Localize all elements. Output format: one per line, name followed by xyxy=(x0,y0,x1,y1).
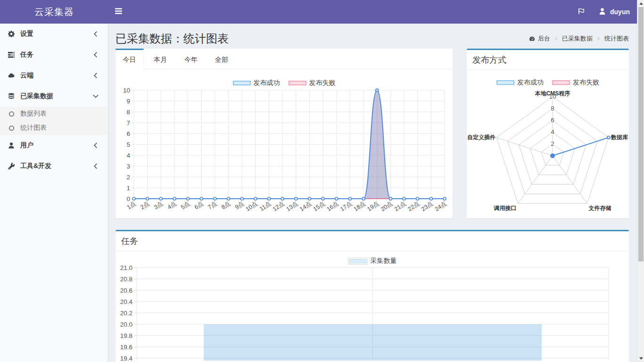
breadcrumb-item-2[interactable]: 统计图表 xyxy=(604,34,629,43)
legend-label: 发布失败 xyxy=(573,78,599,87)
svg-text:3点: 3点 xyxy=(153,200,164,210)
sidebar-item-users[interactable]: 用户 xyxy=(0,135,108,156)
sidebar-item-cloud[interactable]: 云端 xyxy=(0,65,108,86)
svg-text:20.4: 20.4 xyxy=(120,298,133,305)
svg-text:20.6: 20.6 xyxy=(120,287,132,294)
page-title: 已采集数据：统计图表 xyxy=(116,31,229,46)
breadcrumb-label: 后台 xyxy=(538,34,550,43)
user-icon xyxy=(7,142,16,149)
breadcrumb-item-0[interactable]: 后台 xyxy=(529,34,550,43)
sidebar-item-label: 设置 xyxy=(20,30,33,38)
sidebar-subitem-stats-charts[interactable]: 统计图表 xyxy=(0,121,108,135)
line-chart: 0123456789101点2点3点4点5点6点7点8点9点10点11点12点1… xyxy=(116,86,453,219)
sidebar-item-label: 云端 xyxy=(20,71,33,80)
tab-this-year[interactable]: 今年 xyxy=(177,49,205,69)
app-title: 云采集器 xyxy=(34,6,74,18)
angle-left-icon xyxy=(92,163,99,169)
sidebar-item-settings[interactable]: 设置 xyxy=(0,24,108,44)
period-tabs: 今日本月今年全部 xyxy=(116,49,453,69)
navbar-right: duyun xyxy=(570,0,637,24)
angle-left-icon xyxy=(92,72,99,79)
svg-text:15点: 15点 xyxy=(312,200,326,212)
sidebar-item-tools-dev[interactable]: 工具&开发 xyxy=(0,156,108,177)
legend-swatch xyxy=(289,81,306,85)
svg-text:2点: 2点 xyxy=(139,200,150,210)
tasks-card-title: 任务 xyxy=(121,236,138,247)
svg-text:19.6: 19.6 xyxy=(120,344,132,351)
top-navbar: 云采集器 duyun xyxy=(0,0,637,24)
content: 已采集数据：统计图表 后台>已采集数据>统计图表 今日本月今年全部 发布成功发布… xyxy=(108,24,637,362)
scrollbar-up-arrow[interactable] xyxy=(637,0,644,7)
tasks-card-header: 任务 xyxy=(116,231,629,251)
sidebar-item-label: 已采集数据 xyxy=(20,92,53,101)
svg-text:4: 4 xyxy=(126,152,130,159)
circle-o-icon xyxy=(7,111,16,117)
svg-text:11点: 11点 xyxy=(258,200,272,212)
legend-swatch xyxy=(233,81,251,85)
angle-left-icon xyxy=(92,31,99,37)
publish-method-card-title: 发布方式 xyxy=(472,54,506,66)
tab-today[interactable]: 今日 xyxy=(116,49,144,69)
app-logo[interactable]: 云采集器 xyxy=(0,0,108,24)
breadcrumb-separator: > xyxy=(554,35,558,42)
svg-text:10: 10 xyxy=(123,87,130,94)
page-scrollbar[interactable] xyxy=(637,0,644,362)
hamburger-icon xyxy=(115,8,122,17)
svg-text:9点: 9点 xyxy=(234,200,245,210)
scrollbar-thumb[interactable] xyxy=(638,7,644,261)
svg-text:19.8: 19.8 xyxy=(120,332,132,339)
tasks-card: 任务 采集数量 21.020.820.620.420.220.019.819.6… xyxy=(116,230,629,362)
svg-text:14点: 14点 xyxy=(298,200,313,212)
tab-all[interactable]: 全部 xyxy=(207,49,236,69)
svg-text:23点: 23点 xyxy=(420,200,434,212)
cloud-icon xyxy=(7,72,16,79)
sidebar-subitem-data-list[interactable]: 数据列表 xyxy=(0,107,108,121)
tasks-icon xyxy=(7,51,16,58)
legend-item-0: 发布成功 xyxy=(496,78,544,87)
svg-text:7点: 7点 xyxy=(207,200,218,210)
database-icon xyxy=(7,93,16,100)
sidebar-item-collected-data[interactable]: 已采集数据 xyxy=(0,86,108,107)
svg-text:16点: 16点 xyxy=(326,200,340,212)
tab-this-month[interactable]: 本月 xyxy=(146,49,174,69)
svg-text:20.0: 20.0 xyxy=(120,321,132,328)
flag-menu-button[interactable] xyxy=(570,0,592,24)
radar-chart-legend: 发布成功发布失败 xyxy=(467,78,629,87)
svg-text:21点: 21点 xyxy=(393,200,407,212)
svg-text:17点: 17点 xyxy=(339,200,353,212)
sidebar-menu: 设置任务云端已采集数据数据列表统计图表用户工具&开发 xyxy=(0,24,108,177)
legend-swatch xyxy=(552,80,570,85)
breadcrumb: 后台>已采集数据>统计图表 xyxy=(529,34,629,43)
svg-text:10点: 10点 xyxy=(245,200,259,212)
svg-text:本地CMS程序: 本地CMS程序 xyxy=(535,90,570,97)
angle-left-icon xyxy=(92,51,99,58)
scrollbar-down-arrow[interactable] xyxy=(637,355,644,362)
svg-text:0: 0 xyxy=(126,195,130,202)
sidebar-toggle-button[interactable] xyxy=(108,0,128,24)
svg-text:24点: 24点 xyxy=(434,200,448,212)
flag-icon xyxy=(578,8,585,17)
svg-text:8: 8 xyxy=(126,109,130,116)
legend-item-1: 发布失败 xyxy=(552,78,599,87)
svg-text:3: 3 xyxy=(126,163,130,170)
svg-text:调用接口: 调用接口 xyxy=(494,205,517,211)
svg-text:5点: 5点 xyxy=(180,200,191,210)
sidebar-subitem-label: 数据列表 xyxy=(20,109,47,118)
angle-left-icon xyxy=(92,142,99,149)
svg-text:19点: 19点 xyxy=(366,200,380,212)
svg-text:8: 8 xyxy=(551,105,554,112)
svg-text:18点: 18点 xyxy=(353,200,367,212)
svg-text:20.8: 20.8 xyxy=(120,276,132,283)
svg-text:22点: 22点 xyxy=(407,200,421,212)
svg-text:4: 4 xyxy=(551,128,554,135)
sidebar-item-label: 任务 xyxy=(20,51,33,59)
breadcrumb-item-1[interactable]: 已采集数据 xyxy=(562,34,593,43)
user-menu-button[interactable]: duyun xyxy=(592,0,637,24)
stats-tabs-card: 今日本月今年全部 发布成功发布失败 0123456789101点2点3点4点5点… xyxy=(116,49,453,219)
svg-text:13点: 13点 xyxy=(285,200,299,212)
svg-text:20.2: 20.2 xyxy=(120,310,132,317)
svg-text:6: 6 xyxy=(126,130,130,137)
circle-o-icon xyxy=(7,125,16,131)
svg-text:文件存储: 文件存储 xyxy=(588,205,611,211)
sidebar-item-tasks[interactable]: 任务 xyxy=(0,44,108,65)
